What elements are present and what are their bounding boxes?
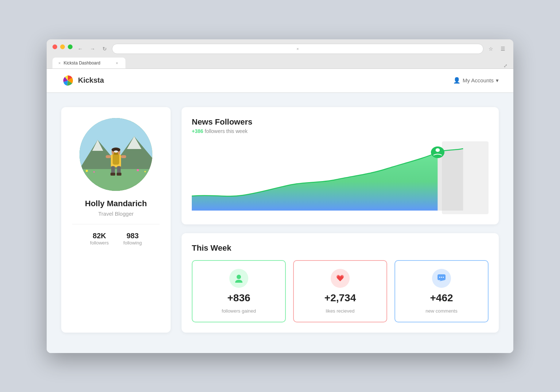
this-week-card: This Week +836 followers gained <box>182 233 499 333</box>
chart-subtitle-suffix: followers this week <box>203 128 248 134</box>
dropdown-chevron: ▾ <box>496 77 499 84</box>
tab-label: Kicksta Dashboard <box>63 60 100 66</box>
person-icon: 👤 <box>453 77 460 84</box>
svg-point-27 <box>441 277 442 278</box>
svg-point-23 <box>436 148 440 152</box>
svg-point-19 <box>137 169 139 171</box>
browser-tabs: × Kicksta Dashboard × ⤢ <box>52 58 508 68</box>
new-comments-desc: new comments <box>425 308 457 314</box>
new-comments-number: +462 <box>430 292 453 304</box>
chart-area <box>192 141 489 214</box>
browser-window: ← → ↻ × ☆ ☰ × Kicksta Dashboard × ⤢ <box>47 39 513 353</box>
tab-close-icon[interactable]: × <box>58 61 61 65</box>
svg-point-12 <box>114 150 118 153</box>
stats-title: This Week <box>192 243 489 253</box>
app-header: Kicksta 👤 My Accounts ▾ <box>47 69 513 93</box>
chart-card: News Followers +386 followers this week <box>182 107 499 224</box>
followers-value: 82K <box>90 232 109 240</box>
svg-rect-15 <box>110 173 115 176</box>
svg-point-22 <box>431 146 444 158</box>
followers-icon <box>229 269 248 288</box>
following-value: 983 <box>123 232 142 240</box>
right-panel: News Followers +386 followers this week <box>182 107 499 333</box>
svg-rect-2 <box>79 169 152 191</box>
browser-titlebar: ← → ↻ × ☆ ☰ × Kicksta Dashboard × ⤢ <box>47 39 513 69</box>
active-tab[interactable]: × Kicksta Dashboard × <box>52 58 125 68</box>
svg-point-26 <box>439 277 440 278</box>
profile-card: Holly Mandarich Travel Blogger 82K follo… <box>61 107 171 333</box>
chart-subtitle: +386 followers this week <box>192 128 489 134</box>
refresh-button[interactable]: ↻ <box>100 45 109 52</box>
svg-rect-10 <box>113 154 119 165</box>
svg-point-28 <box>443 277 444 278</box>
profile-bio: Travel Blogger <box>98 211 134 217</box>
logo-area: Kicksta <box>61 74 104 87</box>
comments-icon <box>432 269 451 288</box>
logo-text: Kicksta <box>78 76 104 85</box>
chart-positive-number: +386 <box>192 128 203 134</box>
tab-x[interactable]: × <box>116 61 118 65</box>
likes-received-desc: likes recieved <box>326 308 355 314</box>
menu-button[interactable]: ☰ <box>498 45 508 52</box>
likes-received-box: +2,734 likes recieved <box>293 260 387 322</box>
following-label: following <box>123 240 142 246</box>
traffic-lights <box>52 44 73 49</box>
profile-name: Holly Mandarich <box>85 199 147 208</box>
followers-gained-number: +836 <box>227 292 250 304</box>
followers-gained-desc: followers gained <box>222 308 256 314</box>
new-comments-box: +462 new comments <box>394 260 489 322</box>
svg-point-24 <box>237 275 241 279</box>
profile-stats: 82K followers 983 following <box>90 232 142 246</box>
expand-icon[interactable]: ⤢ <box>503 63 508 68</box>
back-button[interactable]: ← <box>75 45 85 52</box>
maximize-traffic-light[interactable] <box>68 44 73 49</box>
svg-rect-9 <box>121 155 126 158</box>
svg-point-20 <box>144 171 146 172</box>
svg-rect-8 <box>106 155 111 158</box>
svg-rect-16 <box>117 173 121 176</box>
main-content: Holly Mandarich Travel Blogger 82K follo… <box>47 93 513 347</box>
svg-point-17 <box>86 170 88 172</box>
profile-avatar <box>79 118 152 191</box>
stats-grid: +836 followers gained +2,734 <box>192 260 489 322</box>
address-bar-content: × <box>296 47 299 51</box>
my-accounts-label: My Accounts <box>463 77 494 83</box>
chart-title: News Followers <box>192 117 489 127</box>
logo-icon <box>61 74 74 87</box>
followers-label: followers <box>90 240 109 246</box>
bookmark-button[interactable]: ☆ <box>486 45 495 52</box>
profile-divider <box>72 224 160 224</box>
my-accounts-button[interactable]: 👤 My Accounts ▾ <box>453 77 499 84</box>
following-stat: 983 following <box>123 232 142 246</box>
close-traffic-light[interactable] <box>52 44 57 49</box>
app-container: Kicksta 👤 My Accounts ▾ <box>47 69 513 353</box>
browser-nav-row: ← → ↻ × ☆ ☰ <box>52 44 508 54</box>
forward-button[interactable]: → <box>88 45 97 52</box>
minimize-traffic-light[interactable] <box>60 44 65 49</box>
likes-received-number: +2,734 <box>324 292 356 304</box>
followers-gained-box: +836 followers gained <box>192 260 286 322</box>
followers-stat: 82K followers <box>90 232 109 246</box>
likes-icon <box>331 269 350 288</box>
address-bar[interactable]: × <box>112 44 483 54</box>
svg-point-18 <box>93 171 95 173</box>
